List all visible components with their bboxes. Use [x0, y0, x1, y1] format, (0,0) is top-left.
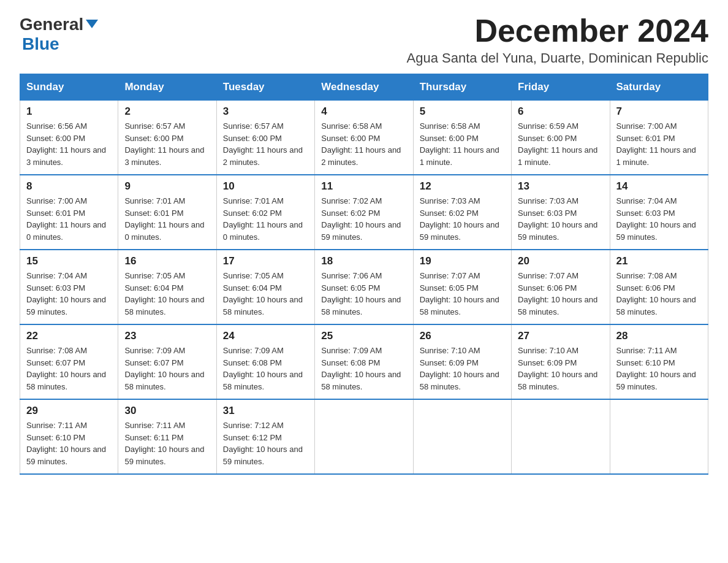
- day-info: Sunrise: 7:09 AM Sunset: 6:08 PM Dayligh…: [223, 345, 308, 393]
- title-area: December 2024 Agua Santa del Yuna, Duart…: [407, 15, 708, 66]
- day-number: 6: [518, 105, 603, 118]
- day-info: Sunrise: 7:11 AM Sunset: 6:10 PM Dayligh…: [616, 345, 702, 393]
- day-number: 24: [223, 330, 308, 342]
- day-cell: 17 Sunrise: 7:05 AM Sunset: 6:04 PM Dayl…: [216, 250, 314, 324]
- day-cell: 8 Sunrise: 7:00 AM Sunset: 6:01 PM Dayli…: [20, 175, 118, 250]
- day-info: Sunrise: 7:09 AM Sunset: 6:07 PM Dayligh…: [124, 345, 210, 393]
- location-title: Agua Santa del Yuna, Duarte, Dominican R…: [407, 50, 708, 66]
- day-cell: 7 Sunrise: 7:00 AM Sunset: 6:01 PM Dayli…: [610, 100, 708, 175]
- day-info: Sunrise: 7:11 AM Sunset: 6:11 PM Dayligh…: [124, 419, 210, 467]
- day-cell: 15 Sunrise: 7:04 AM Sunset: 6:03 PM Dayl…: [20, 250, 118, 324]
- day-cell: 27 Sunrise: 7:10 AM Sunset: 6:09 PM Dayl…: [512, 324, 610, 399]
- day-number: 31: [223, 405, 308, 417]
- day-info: Sunrise: 7:09 AM Sunset: 6:08 PM Dayligh…: [321, 345, 406, 393]
- day-info: Sunrise: 7:08 AM Sunset: 6:06 PM Dayligh…: [616, 270, 702, 318]
- day-info: Sunrise: 7:12 AM Sunset: 6:12 PM Dayligh…: [223, 419, 308, 467]
- day-cell: 25 Sunrise: 7:09 AM Sunset: 6:08 PM Dayl…: [315, 324, 413, 399]
- day-info: Sunrise: 6:58 AM Sunset: 6:00 PM Dayligh…: [321, 120, 406, 168]
- logo: General Blue: [20, 15, 98, 54]
- day-number: 2: [124, 105, 210, 118]
- day-number: 1: [26, 105, 112, 118]
- week-row-3: 15 Sunrise: 7:04 AM Sunset: 6:03 PM Dayl…: [20, 250, 708, 324]
- day-cell: 30 Sunrise: 7:11 AM Sunset: 6:11 PM Dayl…: [118, 399, 216, 474]
- header: General Blue December 2024 Agua Santa de…: [20, 15, 708, 66]
- day-info: Sunrise: 7:11 AM Sunset: 6:10 PM Dayligh…: [26, 419, 112, 467]
- header-wednesday: Wednesday: [315, 74, 413, 100]
- day-number: 26: [420, 330, 505, 342]
- day-number: 11: [321, 180, 406, 193]
- day-cell: [610, 399, 708, 474]
- day-cell: [315, 399, 413, 474]
- day-info: Sunrise: 7:00 AM Sunset: 6:01 PM Dayligh…: [616, 120, 702, 168]
- day-cell: [512, 399, 610, 474]
- day-cell: 16 Sunrise: 7:05 AM Sunset: 6:04 PM Dayl…: [118, 250, 216, 324]
- header-monday: Monday: [118, 74, 216, 100]
- day-info: Sunrise: 7:05 AM Sunset: 6:04 PM Dayligh…: [223, 270, 308, 318]
- day-number: 19: [420, 255, 505, 267]
- day-cell: 24 Sunrise: 7:09 AM Sunset: 6:08 PM Dayl…: [216, 324, 314, 399]
- calendar-table: Sunday Monday Tuesday Wednesday Thursday…: [20, 74, 708, 475]
- logo-general-text: General: [20, 15, 83, 34]
- day-cell: 12 Sunrise: 7:03 AM Sunset: 6:02 PM Dayl…: [413, 175, 511, 250]
- weekday-header-row: Sunday Monday Tuesday Wednesday Thursday…: [20, 74, 708, 100]
- header-friday: Friday: [512, 74, 610, 100]
- day-info: Sunrise: 7:01 AM Sunset: 6:02 PM Dayligh…: [223, 195, 308, 243]
- day-info: Sunrise: 7:06 AM Sunset: 6:05 PM Dayligh…: [321, 270, 406, 318]
- day-cell: 4 Sunrise: 6:58 AM Sunset: 6:00 PM Dayli…: [315, 100, 413, 175]
- day-number: 17: [223, 255, 308, 267]
- week-row-4: 22 Sunrise: 7:08 AM Sunset: 6:07 PM Dayl…: [20, 324, 708, 399]
- day-number: 7: [616, 105, 702, 118]
- day-info: Sunrise: 6:58 AM Sunset: 6:00 PM Dayligh…: [420, 120, 505, 168]
- day-info: Sunrise: 7:04 AM Sunset: 6:03 PM Dayligh…: [616, 195, 702, 243]
- header-thursday: Thursday: [413, 74, 511, 100]
- day-number: 28: [616, 330, 702, 342]
- day-info: Sunrise: 6:56 AM Sunset: 6:00 PM Dayligh…: [26, 120, 112, 168]
- header-saturday: Saturday: [610, 74, 708, 100]
- day-number: 13: [518, 180, 603, 193]
- day-info: Sunrise: 7:07 AM Sunset: 6:05 PM Dayligh…: [420, 270, 505, 318]
- day-info: Sunrise: 6:57 AM Sunset: 6:00 PM Dayligh…: [124, 120, 210, 168]
- day-info: Sunrise: 7:03 AM Sunset: 6:02 PM Dayligh…: [420, 195, 505, 243]
- day-info: Sunrise: 7:10 AM Sunset: 6:09 PM Dayligh…: [420, 345, 505, 393]
- day-number: 30: [124, 405, 210, 417]
- day-cell: 11 Sunrise: 7:02 AM Sunset: 6:02 PM Dayl…: [315, 175, 413, 250]
- day-info: Sunrise: 7:07 AM Sunset: 6:06 PM Dayligh…: [518, 270, 603, 318]
- day-number: 23: [124, 330, 210, 342]
- day-cell: 3 Sunrise: 6:57 AM Sunset: 6:00 PM Dayli…: [216, 100, 314, 175]
- day-number: 4: [321, 105, 406, 118]
- day-number: 14: [616, 180, 702, 193]
- day-number: 8: [26, 180, 112, 193]
- day-number: 25: [321, 330, 406, 342]
- day-number: 15: [26, 255, 112, 267]
- day-cell: 20 Sunrise: 7:07 AM Sunset: 6:06 PM Dayl…: [512, 250, 610, 324]
- day-cell: 9 Sunrise: 7:01 AM Sunset: 6:01 PM Dayli…: [118, 175, 216, 250]
- day-cell: 23 Sunrise: 7:09 AM Sunset: 6:07 PM Dayl…: [118, 324, 216, 399]
- day-number: 27: [518, 330, 603, 342]
- day-cell: 6 Sunrise: 6:59 AM Sunset: 6:00 PM Dayli…: [512, 100, 610, 175]
- day-cell: 29 Sunrise: 7:11 AM Sunset: 6:10 PM Dayl…: [20, 399, 118, 474]
- day-cell: 22 Sunrise: 7:08 AM Sunset: 6:07 PM Dayl…: [20, 324, 118, 399]
- day-cell: 31 Sunrise: 7:12 AM Sunset: 6:12 PM Dayl…: [216, 399, 314, 474]
- week-row-5: 29 Sunrise: 7:11 AM Sunset: 6:10 PM Dayl…: [20, 399, 708, 474]
- day-cell: 13 Sunrise: 7:03 AM Sunset: 6:03 PM Dayl…: [512, 175, 610, 250]
- day-number: 22: [26, 330, 112, 342]
- day-cell: 19 Sunrise: 7:07 AM Sunset: 6:05 PM Dayl…: [413, 250, 511, 324]
- day-number: 12: [420, 180, 505, 193]
- logo-blue-text: Blue: [22, 34, 59, 53]
- day-number: 10: [223, 180, 308, 193]
- week-row-2: 8 Sunrise: 7:00 AM Sunset: 6:01 PM Dayli…: [20, 175, 708, 250]
- day-cell: 10 Sunrise: 7:01 AM Sunset: 6:02 PM Dayl…: [216, 175, 314, 250]
- week-row-1: 1 Sunrise: 6:56 AM Sunset: 6:00 PM Dayli…: [20, 100, 708, 175]
- header-sunday: Sunday: [20, 74, 118, 100]
- day-info: Sunrise: 7:08 AM Sunset: 6:07 PM Dayligh…: [26, 345, 112, 393]
- day-number: 29: [26, 405, 112, 417]
- day-info: Sunrise: 7:05 AM Sunset: 6:04 PM Dayligh…: [124, 270, 210, 318]
- day-number: 3: [223, 105, 308, 118]
- day-number: 18: [321, 255, 406, 267]
- day-cell: 2 Sunrise: 6:57 AM Sunset: 6:00 PM Dayli…: [118, 100, 216, 175]
- day-info: Sunrise: 7:10 AM Sunset: 6:09 PM Dayligh…: [518, 345, 603, 393]
- logo-triangle-icon: [86, 20, 98, 28]
- day-number: 21: [616, 255, 702, 267]
- day-cell: 21 Sunrise: 7:08 AM Sunset: 6:06 PM Dayl…: [610, 250, 708, 324]
- day-cell: [413, 399, 511, 474]
